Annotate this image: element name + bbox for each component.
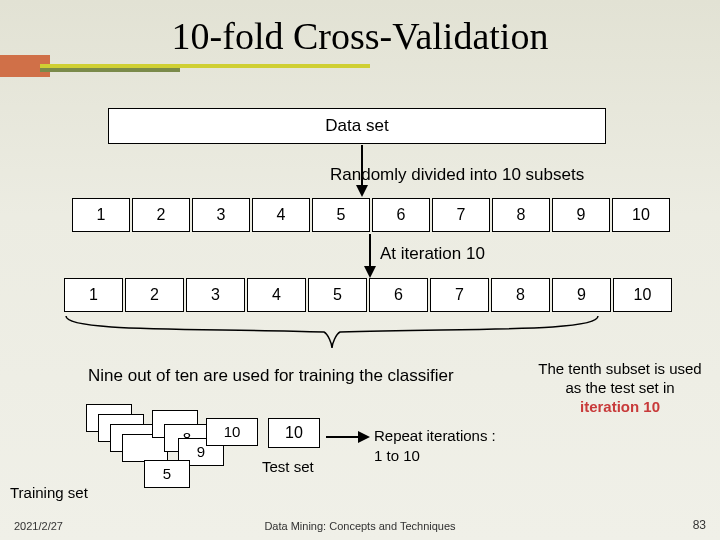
iteration-label: At iteration 10 <box>380 244 485 264</box>
fold-cell: 9 <box>552 198 610 232</box>
fold-cell: 8 <box>491 278 550 312</box>
fold-cell: 8 <box>492 198 550 232</box>
fold-cell: 3 <box>186 278 245 312</box>
title-underline-2 <box>40 68 180 72</box>
subset-row-2: 1 2 3 4 5 6 7 8 9 10 <box>64 278 674 312</box>
arrow-right-icon <box>326 428 370 446</box>
fold-cell: 3 <box>192 198 250 232</box>
fold-cell: 6 <box>369 278 428 312</box>
training-set-label: Training set <box>10 484 88 501</box>
fold-cell: 1 <box>72 198 130 232</box>
tenth-note-text: The tenth subset is used as the test set… <box>538 360 701 396</box>
fold-cell: 4 <box>252 198 310 232</box>
fold-cell: 1 <box>64 278 123 312</box>
svg-marker-5 <box>358 431 370 443</box>
fold-cell: 4 <box>247 278 306 312</box>
arrow-down-icon <box>360 234 380 278</box>
nine-of-ten-label: Nine out of ten are used for training th… <box>88 366 454 386</box>
fold-cell: 2 <box>125 278 184 312</box>
stack-box: 10 <box>206 418 258 446</box>
fold-cell: 7 <box>430 278 489 312</box>
repeat-l1: Repeat iterations : <box>374 427 496 444</box>
fold-cell: 2 <box>132 198 190 232</box>
fold-cell: 9 <box>552 278 611 312</box>
subset-row-1: 1 2 3 4 5 6 7 8 9 10 <box>72 198 672 232</box>
footer-source: Data Mining: Concepts and Techniques <box>0 520 720 532</box>
stack-box: 5 <box>144 460 190 488</box>
repeat-iterations-label: Repeat iterations : 1 to 10 <box>374 426 496 465</box>
fold-cell: 5 <box>312 198 370 232</box>
test-set-label: Test set <box>262 458 314 475</box>
dataset-box: Data set <box>108 108 606 144</box>
fold-cell: 6 <box>372 198 430 232</box>
test-fold-box: 10 <box>268 418 320 448</box>
fold-cell: 5 <box>308 278 367 312</box>
stack-box <box>122 434 168 462</box>
svg-marker-1 <box>356 185 368 197</box>
repeat-l2: 1 to 10 <box>374 447 420 464</box>
fold-cell: 10 <box>612 198 670 232</box>
brace-icon <box>64 314 600 350</box>
random-divide-label: Randomly divided into 10 subsets <box>330 165 584 185</box>
svg-marker-3 <box>364 266 376 278</box>
fold-cell: 10 <box>613 278 672 312</box>
tenth-subset-note: The tenth subset is used as the test set… <box>534 360 706 416</box>
page-title: 10-fold Cross-Validation <box>0 14 720 58</box>
fold-cell: 7 <box>432 198 490 232</box>
tenth-note-highlight: iteration 10 <box>580 398 660 415</box>
footer-page-number: 83 <box>693 518 706 532</box>
